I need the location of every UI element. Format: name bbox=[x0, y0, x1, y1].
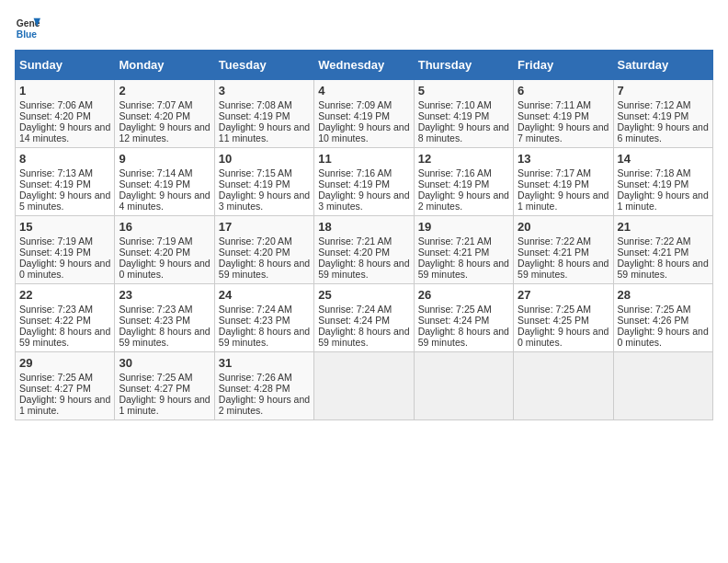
sunset-text: Sunset: 4:19 PM bbox=[318, 110, 409, 121]
sunrise-text: Sunrise: 7:15 AM bbox=[219, 167, 310, 178]
day-number: 30 bbox=[119, 356, 210, 370]
sunset-text: Sunset: 4:19 PM bbox=[219, 178, 310, 190]
calendar-cell: 20Sunrise: 7:22 AMSunset: 4:21 PMDayligh… bbox=[514, 216, 613, 284]
calendar-cell: 31Sunrise: 7:26 AMSunset: 4:28 PMDayligh… bbox=[214, 352, 313, 420]
sunset-text: Sunset: 4:21 PM bbox=[618, 247, 709, 258]
day-number: 3 bbox=[219, 84, 310, 98]
header: General Blue bbox=[15, 15, 713, 40]
day-number: 22 bbox=[19, 288, 110, 302]
calendar-cell: 6Sunrise: 7:11 AMSunset: 4:19 PMDaylight… bbox=[514, 80, 613, 148]
calendar-cell: 30Sunrise: 7:25 AMSunset: 4:27 PMDayligh… bbox=[115, 352, 214, 420]
daylight-text: Daylight: 9 hours and 2 minutes. bbox=[219, 394, 310, 416]
sunset-text: Sunset: 4:27 PM bbox=[119, 383, 210, 394]
calendar-cell: 1Sunrise: 7:06 AMSunset: 4:20 PMDaylight… bbox=[16, 80, 115, 148]
sunset-text: Sunset: 4:19 PM bbox=[418, 110, 509, 121]
sunrise-text: Sunrise: 7:09 AM bbox=[318, 99, 409, 110]
day-number: 23 bbox=[119, 288, 210, 302]
sunset-text: Sunset: 4:19 PM bbox=[19, 178, 110, 190]
daylight-text: Daylight: 9 hours and 0 minutes. bbox=[19, 258, 110, 280]
daylight-text: Daylight: 8 hours and 59 minutes. bbox=[518, 258, 609, 280]
daylight-text: Daylight: 9 hours and 8 minutes. bbox=[418, 121, 509, 144]
day-number: 14 bbox=[618, 152, 709, 166]
calendar-cell: 10Sunrise: 7:15 AMSunset: 4:19 PMDayligh… bbox=[214, 148, 313, 216]
sunset-text: Sunset: 4:19 PM bbox=[518, 110, 609, 121]
day-number: 4 bbox=[318, 84, 409, 98]
calendar-week-row: 22Sunrise: 7:23 AMSunset: 4:22 PMDayligh… bbox=[16, 284, 713, 352]
daylight-text: Daylight: 9 hours and 10 minutes. bbox=[318, 121, 409, 144]
sunrise-text: Sunrise: 7:11 AM bbox=[518, 99, 609, 110]
col-header-sunday: Sunday bbox=[16, 51, 115, 80]
calendar-cell: 19Sunrise: 7:21 AMSunset: 4:21 PMDayligh… bbox=[414, 216, 513, 284]
daylight-text: Daylight: 8 hours and 59 minutes. bbox=[418, 326, 509, 348]
sunrise-text: Sunrise: 7:22 AM bbox=[618, 236, 709, 247]
daylight-text: Daylight: 9 hours and 1 minute. bbox=[19, 394, 110, 416]
sunrise-text: Sunrise: 7:21 AM bbox=[418, 236, 509, 247]
calendar-cell: 18Sunrise: 7:21 AMSunset: 4:20 PMDayligh… bbox=[314, 216, 414, 284]
calendar-cell: 29Sunrise: 7:25 AMSunset: 4:27 PMDayligh… bbox=[16, 352, 115, 420]
sunrise-text: Sunrise: 7:22 AM bbox=[518, 236, 609, 247]
calendar-cell: 2Sunrise: 7:07 AMSunset: 4:20 PMDaylight… bbox=[115, 80, 214, 148]
calendar-cell: 21Sunrise: 7:22 AMSunset: 4:21 PMDayligh… bbox=[613, 216, 712, 284]
sunrise-text: Sunrise: 7:23 AM bbox=[119, 304, 210, 315]
calendar-cell: 14Sunrise: 7:18 AMSunset: 4:19 PMDayligh… bbox=[613, 148, 712, 216]
sunrise-text: Sunrise: 7:10 AM bbox=[418, 99, 509, 110]
day-number: 27 bbox=[518, 288, 609, 302]
daylight-text: Daylight: 9 hours and 1 minute. bbox=[618, 190, 709, 212]
day-number: 9 bbox=[119, 152, 210, 166]
calendar-cell: 26Sunrise: 7:25 AMSunset: 4:24 PMDayligh… bbox=[414, 284, 513, 352]
daylight-text: Daylight: 8 hours and 59 minutes. bbox=[219, 326, 310, 348]
calendar-cell: 3Sunrise: 7:08 AMSunset: 4:19 PMDaylight… bbox=[214, 80, 313, 148]
daylight-text: Daylight: 9 hours and 12 minutes. bbox=[119, 121, 210, 144]
sunset-text: Sunset: 4:19 PM bbox=[119, 178, 210, 190]
daylight-text: Daylight: 9 hours and 6 minutes. bbox=[618, 121, 709, 144]
col-header-friday: Friday bbox=[514, 51, 613, 80]
sunrise-text: Sunrise: 7:26 AM bbox=[219, 372, 310, 383]
calendar-cell: 13Sunrise: 7:17 AMSunset: 4:19 PMDayligh… bbox=[514, 148, 613, 216]
sunset-text: Sunset: 4:23 PM bbox=[119, 315, 210, 326]
calendar-week-row: 15Sunrise: 7:19 AMSunset: 4:19 PMDayligh… bbox=[16, 216, 713, 284]
daylight-text: Daylight: 9 hours and 1 minute. bbox=[119, 394, 210, 416]
day-number: 11 bbox=[318, 152, 409, 166]
day-number: 26 bbox=[418, 288, 509, 302]
daylight-text: Daylight: 9 hours and 3 minutes. bbox=[219, 190, 310, 212]
sunrise-text: Sunrise: 7:25 AM bbox=[518, 304, 609, 315]
col-header-thursday: Thursday bbox=[414, 51, 513, 80]
sunrise-text: Sunrise: 7:13 AM bbox=[19, 167, 110, 178]
sunrise-text: Sunrise: 7:23 AM bbox=[19, 304, 110, 315]
day-number: 21 bbox=[618, 220, 709, 234]
daylight-text: Daylight: 9 hours and 0 minutes. bbox=[618, 326, 709, 348]
calendar-cell: 9Sunrise: 7:14 AMSunset: 4:19 PMDaylight… bbox=[115, 148, 214, 216]
sunrise-text: Sunrise: 7:08 AM bbox=[219, 99, 310, 110]
daylight-text: Daylight: 8 hours and 59 minutes. bbox=[318, 258, 409, 280]
day-number: 20 bbox=[518, 220, 609, 234]
sunrise-text: Sunrise: 7:25 AM bbox=[418, 304, 509, 315]
sunset-text: Sunset: 4:21 PM bbox=[518, 247, 609, 258]
calendar-cell bbox=[314, 352, 414, 420]
sunrise-text: Sunrise: 7:25 AM bbox=[618, 304, 709, 315]
daylight-text: Daylight: 8 hours and 59 minutes. bbox=[119, 326, 210, 348]
calendar-cell: 11Sunrise: 7:16 AMSunset: 4:19 PMDayligh… bbox=[314, 148, 414, 216]
calendar-cell bbox=[514, 352, 613, 420]
calendar-cell: 8Sunrise: 7:13 AMSunset: 4:19 PMDaylight… bbox=[16, 148, 115, 216]
sunset-text: Sunset: 4:22 PM bbox=[19, 315, 110, 326]
sunrise-text: Sunrise: 7:20 AM bbox=[219, 236, 310, 247]
day-number: 15 bbox=[19, 220, 110, 234]
daylight-text: Daylight: 8 hours and 59 minutes. bbox=[19, 326, 110, 348]
daylight-text: Daylight: 9 hours and 0 minutes. bbox=[119, 258, 210, 280]
calendar-cell: 4Sunrise: 7:09 AMSunset: 4:19 PMDaylight… bbox=[314, 80, 414, 148]
sunset-text: Sunset: 4:19 PM bbox=[418, 178, 509, 190]
sunrise-text: Sunrise: 7:21 AM bbox=[318, 236, 409, 247]
day-number: 8 bbox=[19, 152, 110, 166]
day-number: 6 bbox=[518, 84, 609, 98]
daylight-text: Daylight: 8 hours and 59 minutes. bbox=[618, 258, 709, 280]
calendar-week-row: 1Sunrise: 7:06 AMSunset: 4:20 PMDaylight… bbox=[16, 80, 713, 148]
sunrise-text: Sunrise: 7:16 AM bbox=[418, 167, 509, 178]
daylight-text: Daylight: 8 hours and 59 minutes. bbox=[219, 258, 310, 280]
calendar-cell: 17Sunrise: 7:20 AMSunset: 4:20 PMDayligh… bbox=[214, 216, 313, 284]
day-number: 13 bbox=[518, 152, 609, 166]
sunrise-text: Sunrise: 7:18 AM bbox=[618, 167, 709, 178]
sunset-text: Sunset: 4:19 PM bbox=[318, 178, 409, 190]
sunrise-text: Sunrise: 7:14 AM bbox=[119, 167, 210, 178]
sunset-text: Sunset: 4:25 PM bbox=[518, 315, 609, 326]
sunset-text: Sunset: 4:23 PM bbox=[219, 315, 310, 326]
